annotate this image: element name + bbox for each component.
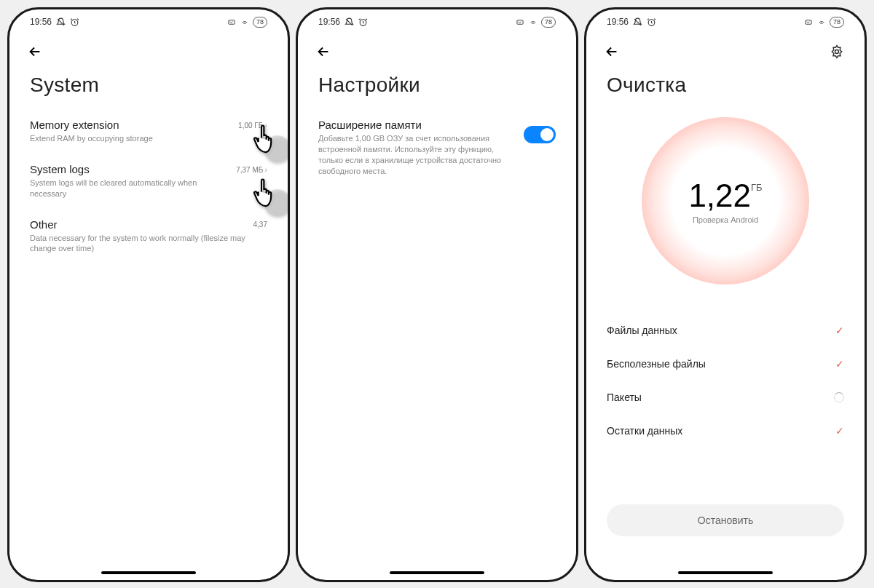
volume-button[interactable] xyxy=(584,140,585,184)
header xyxy=(9,31,288,66)
header xyxy=(586,31,865,66)
check-icon: ✓ xyxy=(835,425,844,437)
phone-cleaner: 19:56 78 Очистка 1,22ГБ Проверка Android… xyxy=(584,7,867,582)
alarm-icon xyxy=(70,17,79,27)
wifi-icon xyxy=(528,18,538,26)
arrow-left-icon xyxy=(27,44,43,60)
item-desc: System logs will be cleared automaticall… xyxy=(30,178,229,199)
chevron-right-icon: › xyxy=(264,121,267,130)
scan-value: 1,22ГБ xyxy=(688,178,762,214)
wifi-icon xyxy=(240,18,250,26)
item-value: 4,37 xyxy=(253,220,267,229)
page-title: Настройки xyxy=(298,66,576,110)
scan-subtitle: Проверка Android xyxy=(693,215,758,224)
scan-row-useless-files[interactable]: Бесполезные файлы ✓ xyxy=(607,347,844,381)
item-memory-extension[interactable]: Memory extension Extend RAM by occupying… xyxy=(30,110,267,154)
phone-settings: 19:56 78 Настройки Расширение памяти Доб… xyxy=(296,7,578,582)
scan-unit: ГБ xyxy=(751,182,763,193)
item-value: 1,00 ГБ› xyxy=(238,121,267,130)
page-title: System xyxy=(9,66,288,110)
phone-system: 19:56 78 System Memory extension Extend … xyxy=(7,7,290,582)
signal-icon xyxy=(227,18,237,26)
arrow-left-icon xyxy=(604,44,620,60)
volume-button[interactable] xyxy=(296,140,296,184)
settings-button[interactable] xyxy=(827,41,847,62)
item-desc: Extend RAM by occupying storage xyxy=(30,133,231,144)
volume-button-2[interactable] xyxy=(584,199,585,264)
settings-list: Memory extension Extend RAM by occupying… xyxy=(9,110,288,580)
bell-off-icon xyxy=(56,17,66,27)
alarm-icon xyxy=(647,17,656,27)
item-other[interactable]: Other Data necessary for the system to w… xyxy=(30,210,267,265)
volume-button-2[interactable] xyxy=(296,199,296,264)
spinner-icon xyxy=(834,392,844,402)
bell-off-icon xyxy=(633,17,642,27)
item-title: Расширение памяти xyxy=(318,119,516,131)
alarm-icon xyxy=(358,17,368,27)
signal-icon xyxy=(803,18,814,26)
scan-row-residual[interactable]: Остатки данных ✓ xyxy=(607,414,844,448)
power-button[interactable] xyxy=(578,170,578,228)
signal-icon xyxy=(515,18,525,26)
volume-button[interactable] xyxy=(7,140,8,184)
item-title: Memory extension xyxy=(30,119,231,131)
back-button[interactable] xyxy=(27,41,47,62)
svg-point-8 xyxy=(835,50,839,54)
status-bar: 19:56 78 xyxy=(586,9,865,31)
scan-row-data-files[interactable]: Файлы данных ✓ xyxy=(607,314,844,347)
scan-list: Файлы данных ✓ Бесполезные файлы ✓ Пакет… xyxy=(586,306,865,455)
back-button[interactable] xyxy=(604,41,624,62)
arrow-left-icon xyxy=(315,44,331,60)
status-bar: 19:56 78 xyxy=(9,9,288,31)
stop-button[interactable]: Остановить xyxy=(607,504,844,536)
bell-off-icon xyxy=(345,17,354,27)
item-memory-extension-toggle[interactable]: Расширение памяти Добавьте 1,00 GB ОЗУ з… xyxy=(318,110,556,186)
status-time: 19:56 xyxy=(30,17,52,27)
item-value: 7,37 МБ› xyxy=(236,165,267,174)
battery-indicator: 78 xyxy=(541,17,556,28)
item-desc: Добавьте 1,00 GB ОЗУ за счет использован… xyxy=(318,133,516,176)
item-title: System logs xyxy=(30,163,229,175)
scan-row-label: Остатки данных xyxy=(607,425,682,437)
home-indicator[interactable] xyxy=(101,571,196,574)
battery-indicator: 78 xyxy=(253,17,267,28)
page-title: Очистка xyxy=(586,66,865,110)
scan-ring: 1,22ГБ Проверка Android xyxy=(642,117,809,285)
item-desc: Data necessary for the system to work no… xyxy=(30,233,246,255)
power-button[interactable] xyxy=(289,170,290,228)
item-title: Other xyxy=(30,218,246,231)
home-indicator[interactable] xyxy=(390,571,484,574)
battery-indicator: 78 xyxy=(830,17,844,28)
wifi-icon xyxy=(816,18,827,26)
scan-row-label: Файлы данных xyxy=(607,325,677,336)
status-bar: 19:56 78 xyxy=(298,9,576,31)
check-icon: ✓ xyxy=(835,358,844,370)
scan-row-packages[interactable]: Пакеты xyxy=(607,381,844,414)
chevron-right-icon: › xyxy=(264,165,267,174)
scan-row-label: Пакеты xyxy=(607,392,642,403)
toggle-switch[interactable] xyxy=(524,126,556,143)
status-time: 19:56 xyxy=(607,17,629,27)
power-button[interactable] xyxy=(866,170,867,228)
settings-list: Расширение памяти Добавьте 1,00 GB ОЗУ з… xyxy=(298,110,576,580)
scan-row-label: Бесполезные файлы xyxy=(607,358,706,370)
scan-area: 1,22ГБ Проверка Android xyxy=(586,110,865,306)
gear-icon xyxy=(830,44,844,59)
header xyxy=(298,31,576,66)
item-system-logs[interactable]: System logs System logs will be cleared … xyxy=(30,154,267,210)
status-time: 19:56 xyxy=(318,17,340,27)
volume-button-2[interactable] xyxy=(7,199,8,264)
home-indicator[interactable] xyxy=(678,571,773,574)
back-button[interactable] xyxy=(315,41,336,62)
check-icon: ✓ xyxy=(835,325,844,336)
